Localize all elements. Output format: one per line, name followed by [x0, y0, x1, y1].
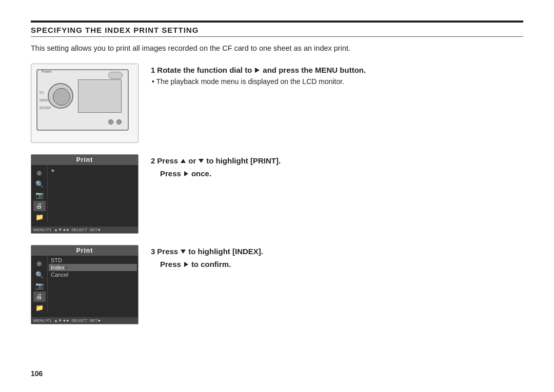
- menu-items-2: ⊕ 🔍 📷 🖨 📁 STD Index: [31, 256, 138, 313]
- camera-illustration: Power ICI MENU ENTER: [31, 64, 138, 143]
- cancel-label: Cancel: [51, 272, 68, 278]
- step-2-once-label: once.: [191, 169, 211, 178]
- submenu-cancel: Cancel: [49, 271, 137, 278]
- intro-text: This setting allows you to print all ima…: [31, 44, 523, 52]
- cam-btn-1: [108, 119, 113, 125]
- menu-title-bar-2: Print: [31, 245, 138, 256]
- icon-film: 📷: [33, 190, 46, 200]
- power-label: Power: [42, 70, 52, 73]
- step-3-sub2: Press to confirm.: [160, 260, 523, 269]
- icon-folder-2: 📁: [33, 303, 46, 313]
- menu-title-bar-1: Print: [31, 155, 138, 165]
- step-3-row: Print ⊕ 🔍 📷 🖨 📁 STD: [31, 245, 523, 324]
- index-label: Index: [51, 264, 65, 271]
- step-3-image: Print ⊕ 🔍 📷 🖨 📁 STD: [31, 245, 138, 324]
- step-1-sub: • The playback mode menu is displayed on…: [152, 77, 523, 86]
- label-menu: MENU: [39, 98, 51, 102]
- menu-icons-col-1: ⊕ 🔍 📷 🖨 📁: [31, 165, 48, 222]
- step-2-row: Print ⊕ 🔍 📷 🖨 📁 ► MENU P1 ▲▼◄: [31, 154, 523, 234]
- cam-btn-2: [116, 119, 122, 125]
- step-1-label-rest: and press the MENU button.: [263, 66, 366, 74]
- step-2-heading: 2 Press or to highlight [PRINT].: [151, 156, 523, 165]
- icon-magnify: ⊕: [33, 168, 46, 178]
- title-rule: [31, 36, 523, 37]
- icon-magnify-2: ⊕: [33, 259, 46, 269]
- step-3-text: 3 Press to highlight [INDEX]. Press to c…: [151, 245, 523, 269]
- menu-content-col-1: ►: [48, 165, 138, 222]
- page: SPECIFYING THE INDEX PRINT SETTING This …: [0, 0, 554, 392]
- step-2-press-label: Press: [157, 156, 178, 165]
- submenu-std: STD: [49, 257, 137, 264]
- index-arrow: [65, 265, 69, 270]
- play-icon: [255, 68, 260, 73]
- step-1-heading: 1 Rotate the function dial to and press …: [151, 66, 523, 74]
- icon-print-selected-2: 🖨: [33, 292, 46, 301]
- section-title: SPECIFYING THE INDEX PRINT SETTING: [31, 26, 523, 34]
- step-3-press-label: Press: [157, 247, 178, 256]
- cam-lens-inner: [53, 88, 70, 106]
- cam-buttons: [108, 119, 122, 125]
- bottom-bar-text-1: MENU P1 ▲▼◄► SELECT SET►: [33, 228, 102, 232]
- cam-screen: [78, 79, 122, 113]
- step-3-press-label-2: Press: [160, 260, 181, 269]
- icon-search-2: 🔍: [33, 270, 46, 279]
- step-2-text: 2 Press or to highlight [PRINT]. Press o…: [151, 154, 523, 178]
- step-3-confirm-label: to confirm.: [191, 260, 231, 269]
- icon-print-selected: 🖨: [33, 201, 46, 211]
- step-1-label: Rotate the function dial to: [157, 66, 252, 74]
- label-enter: ENTER: [39, 106, 51, 110]
- menu-bottom-bar-2: MENU P1 ▲▼◄► SELECT SET►: [31, 317, 138, 324]
- arrow-indicator: ►: [51, 168, 56, 173]
- menu-content-col-2: STD Index Cancel: [48, 256, 138, 313]
- arrow-right-icon-1: [184, 171, 188, 176]
- menu-bottom-bar-1: MENU P1 ▲▼◄► SELECT SET►: [31, 226, 138, 233]
- menu-screen-2: Print ⊕ 🔍 📷 🖨 📁 STD: [31, 245, 138, 324]
- submenu-index: Index: [49, 264, 137, 271]
- step-3-number: 3: [151, 247, 155, 256]
- step-2-press-label-2: Press: [160, 169, 181, 178]
- bottom-bar-text-2: MENU P1 ▲▼◄► SELECT SET►: [33, 318, 102, 323]
- icon-search: 🔍: [33, 179, 46, 189]
- step-2-sub2: Press once.: [160, 169, 523, 178]
- icon-folder: 📁: [33, 212, 46, 222]
- cam-dial: [108, 72, 123, 79]
- page-number: 106: [31, 369, 43, 378]
- step-1-text: 1 Rotate the function dial to and press …: [151, 64, 523, 86]
- cam-side-labels: ICI MENU ENTER: [39, 91, 51, 110]
- menu-items-1: ⊕ 🔍 📷 🖨 📁 ►: [31, 165, 138, 222]
- step-1-number: 1: [151, 66, 155, 74]
- step-2-image: Print ⊕ 🔍 📷 🖨 📁 ► MENU P1 ▲▼◄: [31, 154, 138, 234]
- cam-lens: [48, 83, 73, 109]
- arrow-down-icon-2: [181, 250, 186, 254]
- step-2-label: to highlight [PRINT].: [206, 156, 281, 165]
- step-1-row: Power ICI MENU ENTER: [31, 64, 523, 143]
- menu-icons-col-2: ⊕ 🔍 📷 🖨 📁: [31, 256, 48, 313]
- step-3-heading: 3 Press to highlight [INDEX].: [151, 247, 523, 256]
- step-2-number: 2: [151, 156, 155, 165]
- arrow-down-icon: [199, 159, 204, 163]
- std-label: STD: [51, 257, 62, 263]
- icon-film-2: 📷: [33, 281, 46, 291]
- menu-screen-1: Print ⊕ 🔍 📷 🖨 📁 ► MENU P1 ▲▼◄: [31, 154, 138, 234]
- label-ici: ICI: [39, 91, 51, 94]
- top-rule: [31, 20, 523, 23]
- step-1-image: Power ICI MENU ENTER: [31, 64, 138, 143]
- arrow-right-icon-2: [184, 262, 188, 267]
- arrow-up-icon: [181, 159, 186, 163]
- step-3-label: to highlight [INDEX].: [188, 247, 263, 256]
- step-2-or: or: [188, 156, 196, 165]
